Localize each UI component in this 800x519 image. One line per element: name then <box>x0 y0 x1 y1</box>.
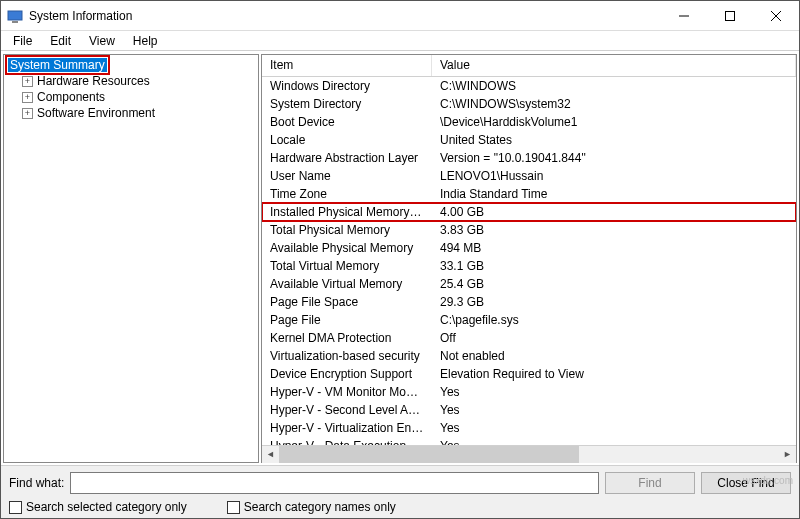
value-cell: Yes <box>432 384 796 400</box>
list-row[interactable]: Installed Physical Memory (RAM)4.00 GB <box>262 203 796 221</box>
close-find-button[interactable]: Close Find <box>701 472 791 494</box>
list-row[interactable]: Hyper-V - Data Execution Prote...Yes <box>262 437 796 445</box>
svg-rect-3 <box>726 12 735 21</box>
value-cell: United States <box>432 132 796 148</box>
value-cell: 33.1 GB <box>432 258 796 274</box>
tree-node-software-environment[interactable]: + Software Environment <box>4 105 258 121</box>
list-row[interactable]: Time ZoneIndia Standard Time <box>262 185 796 203</box>
scroll-right-icon[interactable]: ► <box>779 446 796 463</box>
list-row[interactable]: Boot Device\Device\HarddiskVolume1 <box>262 113 796 131</box>
scroll-track[interactable] <box>279 446 779 463</box>
list-body[interactable]: Windows DirectoryC:\WINDOWSSystem Direct… <box>262 77 796 445</box>
list-row[interactable]: Virtualization-based securityNot enabled <box>262 347 796 365</box>
value-cell: C:\pagefile.sys <box>432 312 796 328</box>
list-row[interactable]: Hardware Abstraction LayerVersion = "10.… <box>262 149 796 167</box>
list-row[interactable]: Page FileC:\pagefile.sys <box>262 311 796 329</box>
list-row[interactable]: Kernel DMA ProtectionOff <box>262 329 796 347</box>
titlebar[interactable]: System Information <box>1 1 799 31</box>
item-cell: Page File Space <box>262 294 432 310</box>
tree-node-system-summary[interactable]: System Summary <box>4 57 258 73</box>
tree-label: Hardware Resources <box>37 74 150 88</box>
window-controls <box>661 1 799 30</box>
minimize-button[interactable] <box>661 1 707 31</box>
expand-icon[interactable]: + <box>22 108 33 119</box>
menu-view[interactable]: View <box>81 32 123 50</box>
list-row[interactable]: Total Virtual Memory33.1 GB <box>262 257 796 275</box>
list-row[interactable]: System DirectoryC:\WINDOWS\system32 <box>262 95 796 113</box>
value-cell: Yes <box>432 438 796 445</box>
menubar: File Edit View Help <box>1 31 799 51</box>
value-cell: Not enabled <box>432 348 796 364</box>
menu-help[interactable]: Help <box>125 32 166 50</box>
value-cell: C:\WINDOWS\system32 <box>432 96 796 112</box>
menu-edit[interactable]: Edit <box>42 32 79 50</box>
list-row[interactable]: Hyper-V - Second Level Addres...Yes <box>262 401 796 419</box>
svg-rect-0 <box>8 11 22 20</box>
value-cell: 494 MB <box>432 240 796 256</box>
window-title: System Information <box>29 9 661 23</box>
expand-icon[interactable]: + <box>22 92 33 103</box>
item-cell: Time Zone <box>262 186 432 202</box>
column-header-item[interactable]: Item <box>262 55 432 76</box>
list-row[interactable]: Page File Space29.3 GB <box>262 293 796 311</box>
item-cell: User Name <box>262 168 432 184</box>
checkbox-icon <box>227 501 240 514</box>
find-button[interactable]: Find <box>605 472 695 494</box>
item-cell: Total Virtual Memory <box>262 258 432 274</box>
value-cell: Version = "10.0.19041.844" <box>432 150 796 166</box>
app-icon <box>7 8 23 24</box>
value-cell: 4.00 GB <box>432 204 796 220</box>
list-row[interactable]: Available Physical Memory494 MB <box>262 239 796 257</box>
details-list: Item Value Windows DirectoryC:\WINDOWSSy… <box>261 54 797 463</box>
tree-label: Components <box>37 90 105 104</box>
list-row[interactable]: Hyper-V - Virtualization Enable...Yes <box>262 419 796 437</box>
list-row[interactable]: Device Encryption SupportElevation Requi… <box>262 365 796 383</box>
value-cell: Elevation Required to View <box>432 366 796 382</box>
item-cell: Available Virtual Memory <box>262 276 432 292</box>
value-cell: Off <box>432 330 796 346</box>
item-cell: Total Physical Memory <box>262 222 432 238</box>
svg-rect-1 <box>12 21 18 23</box>
column-header-value[interactable]: Value <box>432 55 796 76</box>
maximize-button[interactable] <box>707 1 753 31</box>
tree-label: System Summary <box>8 58 107 72</box>
item-cell: System Directory <box>262 96 432 112</box>
scroll-left-icon[interactable]: ◄ <box>262 446 279 463</box>
item-cell: Device Encryption Support <box>262 366 432 382</box>
list-row[interactable]: Available Virtual Memory25.4 GB <box>262 275 796 293</box>
checkbox-search-category-names[interactable]: Search category names only <box>227 500 396 514</box>
menu-file[interactable]: File <box>5 32 40 50</box>
list-row[interactable]: Total Physical Memory3.83 GB <box>262 221 796 239</box>
item-cell: Virtualization-based security <box>262 348 432 364</box>
list-header[interactable]: Item Value <box>262 55 796 77</box>
item-cell: Kernel DMA Protection <box>262 330 432 346</box>
checkbox-search-selected-category[interactable]: Search selected category only <box>9 500 187 514</box>
search-footer: Find what: Find Close Find Search select… <box>1 465 799 518</box>
item-cell: Hyper-V - Second Level Addres... <box>262 402 432 418</box>
find-what-label: Find what: <box>9 476 64 490</box>
item-cell: Installed Physical Memory (RAM) <box>262 204 432 220</box>
value-cell: \Device\HarddiskVolume1 <box>432 114 796 130</box>
value-cell: 25.4 GB <box>432 276 796 292</box>
checkbox-label: Search selected category only <box>26 500 187 514</box>
value-cell: C:\WINDOWS <box>432 78 796 94</box>
value-cell: 29.3 GB <box>432 294 796 310</box>
category-tree[interactable]: System Summary + Hardware Resources + Co… <box>3 54 259 463</box>
horizontal-scrollbar[interactable]: ◄ ► <box>262 445 796 462</box>
item-cell: Hardware Abstraction Layer <box>262 150 432 166</box>
list-row[interactable]: LocaleUnited States <box>262 131 796 149</box>
item-cell: Locale <box>262 132 432 148</box>
tree-node-hardware-resources[interactable]: + Hardware Resources <box>4 73 258 89</box>
close-button[interactable] <box>753 1 799 31</box>
expand-icon[interactable]: + <box>22 76 33 87</box>
tree-node-components[interactable]: + Components <box>4 89 258 105</box>
list-row[interactable]: User NameLENOVO1\Hussain <box>262 167 796 185</box>
item-cell: Boot Device <box>262 114 432 130</box>
find-input[interactable] <box>70 472 599 494</box>
item-cell: Page File <box>262 312 432 328</box>
scroll-thumb[interactable] <box>279 446 579 463</box>
item-cell: Hyper-V - Data Execution Prote... <box>262 438 432 445</box>
list-row[interactable]: Hyper-V - VM Monitor Mode E...Yes <box>262 383 796 401</box>
system-information-window: System Information File Edit View Help S… <box>0 0 800 519</box>
list-row[interactable]: Windows DirectoryC:\WINDOWS <box>262 77 796 95</box>
